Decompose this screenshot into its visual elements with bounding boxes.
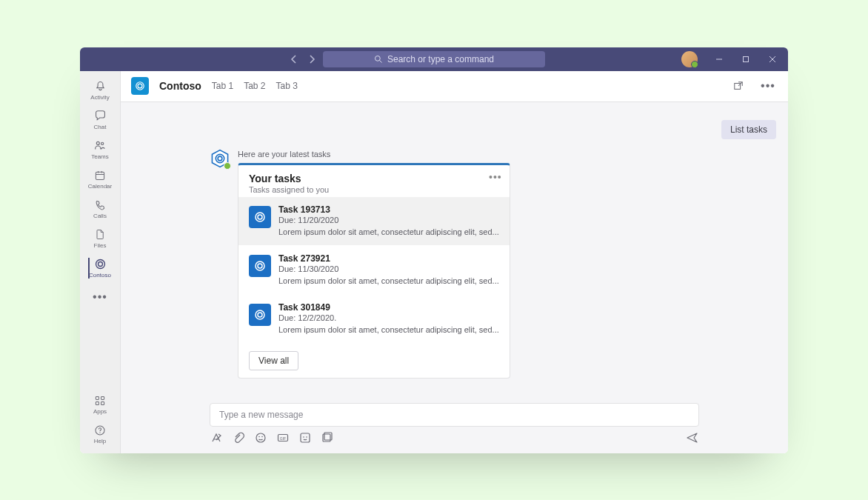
format-button[interactable]	[210, 431, 223, 444]
files-icon	[93, 228, 107, 241]
task-description: Lorem ipsum dolor sit amet, consectetur …	[278, 324, 499, 336]
svg-point-29	[258, 264, 262, 268]
app-window: Search or type a command ActivityChatTea…	[80, 47, 788, 453]
user-message: List tasks	[721, 120, 776, 139]
svg-text:GIF: GIF	[280, 436, 286, 440]
svg-point-21	[138, 84, 142, 88]
svg-point-27	[258, 215, 262, 219]
rail-item-contoso[interactable]: Contoso	[88, 253, 112, 283]
rail-label: Files	[94, 242, 107, 249]
app-tabbar: Contoso Tab 1Tab 2Tab 3 •••	[121, 71, 788, 102]
window-minimize-button[interactable]	[707, 47, 732, 71]
tab-1[interactable]: Tab 1	[212, 81, 233, 91]
svg-line-1	[379, 60, 381, 62]
search-icon	[374, 55, 383, 64]
rail-item-chat[interactable]: Chat	[88, 105, 112, 135]
rail-item-teams[interactable]: Teams	[88, 135, 112, 164]
gif-button[interactable]: GIF	[276, 431, 290, 444]
nav-forward-button[interactable]	[305, 53, 318, 66]
rail-label: Calls	[93, 213, 107, 219]
view-all-button[interactable]: View all	[249, 351, 298, 370]
app-name: Contoso	[159, 80, 201, 92]
rail-label: Activity	[90, 94, 109, 101]
tab-2[interactable]: Tab 2	[244, 81, 265, 91]
tasks-card: Your tasks Tasks assigned to you ••• Tas…	[238, 163, 510, 379]
svg-rect-37	[301, 433, 310, 442]
task-row[interactable]: Task 301849 Due: 12/2/2020. Lorem ipsum …	[238, 294, 510, 343]
rail-label: Apps	[93, 408, 107, 415]
bot-preamble: Here are your latest tasks	[238, 147, 510, 163]
rail-item-activity[interactable]: Activity	[88, 76, 112, 105]
task-title: Task 193713	[278, 204, 499, 215]
svg-rect-8	[96, 172, 104, 179]
task-icon	[249, 206, 271, 228]
task-row[interactable]: Task 273921 Due: 11/30/2020 Lorem ipsum …	[238, 245, 510, 294]
svg-rect-3	[744, 56, 749, 61]
tab-3[interactable]: Tab 3	[276, 81, 297, 91]
chat-content: List tasks Here are your latest tasks Yo…	[121, 102, 788, 403]
svg-rect-15	[101, 396, 104, 399]
task-icon	[249, 304, 271, 326]
help-icon	[93, 424, 107, 437]
window-maximize-button[interactable]	[733, 47, 758, 71]
task-title: Task 273921	[278, 253, 499, 264]
svg-point-28	[256, 261, 264, 270]
svg-point-38	[303, 436, 304, 438]
rail-item-files[interactable]: Files	[88, 224, 112, 253]
svg-point-32	[256, 433, 265, 442]
rail-label: Help	[94, 438, 106, 444]
svg-point-30	[256, 310, 264, 319]
card-subtitle: Tasks assigned to you	[249, 185, 499, 194]
bell-icon	[93, 80, 107, 93]
rail-more-button[interactable]: •••	[93, 286, 107, 308]
message-input[interactable]: Type a new message	[210, 403, 699, 427]
svg-marker-23	[212, 150, 227, 167]
svg-point-13	[98, 262, 102, 267]
chat-icon	[93, 110, 107, 123]
task-due: Due: 11/20/2020	[278, 216, 499, 224]
svg-point-31	[258, 313, 262, 317]
attach-button[interactable]	[232, 431, 245, 444]
popout-button[interactable]	[729, 76, 748, 96]
task-title: Task 301849	[278, 302, 499, 313]
search-input[interactable]: Search or type a command	[323, 51, 545, 67]
left-rail: ActivityChatTeamsCalendarCallsFilesConto…	[80, 71, 121, 453]
svg-point-39	[306, 436, 307, 438]
sticker-button[interactable]	[298, 431, 312, 444]
svg-point-20	[136, 82, 144, 90]
svg-rect-14	[96, 396, 99, 399]
titlebar: Search or type a command	[80, 47, 788, 71]
svg-rect-17	[101, 401, 104, 404]
contoso-app-icon	[131, 77, 149, 95]
send-button[interactable]	[686, 431, 699, 444]
compose-area: Type a new message GIF	[121, 403, 788, 453]
rail-label: Calendar	[88, 183, 112, 190]
rail-label: Teams	[91, 153, 109, 160]
task-description: Lorem ipsum dolor sit amet, consectetur …	[278, 227, 499, 238]
card-title: Your tasks	[249, 173, 499, 184]
window-close-button[interactable]	[760, 47, 785, 71]
contoso-icon	[93, 258, 107, 271]
user-avatar[interactable]	[681, 51, 698, 67]
rail-item-calendar[interactable]: Calendar	[88, 164, 112, 194]
svg-point-0	[375, 56, 380, 61]
svg-point-34	[261, 436, 263, 437]
task-row[interactable]: Task 193713 Due: 11/20/2020 Lorem ipsum …	[238, 197, 510, 245]
task-due: Due: 11/30/2020	[278, 264, 499, 273]
calls-icon	[93, 199, 107, 212]
svg-rect-22	[735, 84, 741, 90]
apps-icon	[93, 394, 107, 407]
emoji-button[interactable]	[254, 431, 267, 444]
svg-rect-16	[96, 401, 99, 404]
more-compose-button[interactable]	[321, 431, 334, 444]
svg-point-12	[96, 260, 104, 269]
rail-item-calls[interactable]: Calls	[88, 194, 112, 224]
card-menu-button[interactable]: •••	[489, 171, 502, 183]
rail-item-apps[interactable]: Apps	[80, 390, 120, 419]
nav-back-button[interactable]	[287, 53, 301, 66]
rail-item-help[interactable]: Help	[80, 419, 120, 449]
svg-point-6	[96, 141, 99, 144]
task-icon	[249, 255, 271, 277]
tabbar-more-button[interactable]: •••	[758, 76, 778, 96]
rail-label: Contoso	[89, 272, 111, 279]
